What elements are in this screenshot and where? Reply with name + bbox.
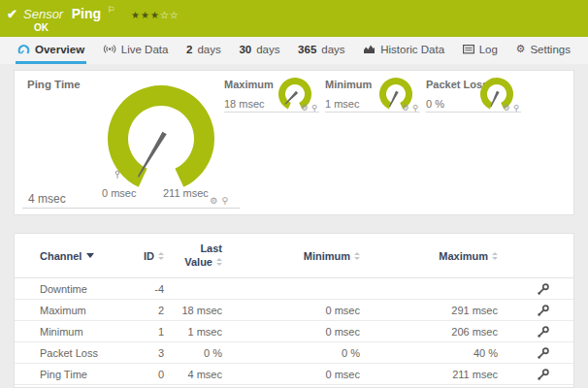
col-header-maximum[interactable]: Maximum (360, 250, 498, 262)
tab-30-days[interactable]: 30days (237, 37, 281, 64)
tab-label: days (256, 44, 279, 55)
tab-2-days[interactable]: 2days (184, 37, 223, 64)
gauge-needle (284, 91, 298, 106)
status-ok-check-icon: ✔ (7, 7, 17, 21)
cell-maximum: 211 msec (360, 369, 498, 380)
cell-id: 3 (137, 347, 164, 359)
table-row[interactable]: Ping Time 0 4 msec 0 msec 211 msec (15, 364, 573, 385)
cell-minimum: 0 % (222, 347, 360, 359)
mini-gauge-label: Minimum (325, 79, 372, 90)
cell-maximum: 291 msec (360, 305, 498, 316)
stars-empty: ☆☆ (160, 10, 180, 20)
chart-icon (363, 44, 376, 54)
gauge-icon (17, 44, 30, 55)
col-header-channel[interactable]: Channel (40, 250, 137, 262)
pin-icon[interactable]: ⚲ (513, 104, 519, 113)
mini-gauge-block: Minimum 1 msec ⚙ ⚲ (325, 77, 420, 113)
pin-icon[interactable]: ⚲ (311, 104, 317, 113)
gauge-marker-pin (115, 171, 119, 178)
tab-label: days (321, 44, 344, 55)
sensor-title: Ping (72, 6, 101, 21)
mini-gauge-label: Maximum (224, 79, 274, 90)
cell-id: 2 (137, 305, 164, 316)
table-row[interactable]: Maximum 2 18 msec 0 msec 291 msec (15, 300, 573, 321)
mini-gauge-value: 0 % (426, 98, 444, 110)
cell-channel: Maximum (40, 305, 137, 316)
gauge-panel: Ping Time 0 msec 211 msec 4 msec ⚙ ⚲ Max… (14, 70, 574, 215)
gauge-needle (388, 91, 398, 108)
col-label-channel: Channel (40, 250, 82, 262)
tab-number: 2 (186, 44, 192, 55)
tab-label: Live Data (121, 44, 169, 55)
tab-label: Overview (35, 44, 84, 55)
priority-stars[interactable]: ★★★☆☆ (131, 10, 180, 20)
table-row[interactable]: Minimum 1 1 msec 0 msec 206 msec (15, 321, 573, 342)
channel-settings-icon[interactable] (537, 304, 550, 317)
cell-channel: Packet Loss (40, 347, 137, 359)
ping-time-gauge (101, 82, 221, 195)
cell-minimum: 0 msec (222, 369, 360, 380)
cell-channel: Downtime (40, 283, 137, 295)
tab-overview[interactable]: Overview (16, 37, 86, 64)
broadcast-icon (103, 44, 116, 54)
col-header-id[interactable]: ID (137, 250, 164, 262)
mini-gauge-value: 1 msec (325, 98, 359, 110)
mini-gauge-block: Maximum 18 msec ⚙ ⚲ (224, 77, 319, 113)
table-row[interactable]: Downtime -4 (15, 278, 573, 300)
mini-gauge-block: Packet Loss 0 % ⚙ ⚲ (426, 77, 521, 113)
gear-icon[interactable]: ⚙ (301, 104, 309, 113)
tab-live-data[interactable]: Live Data (101, 37, 171, 64)
col-label-minimum: Minimum (304, 250, 350, 262)
tab-bar: OverviewLive Data2days30days365daysHisto… (0, 37, 588, 64)
tab-label: Log (479, 44, 498, 55)
col-header-minimum[interactable]: Minimum (222, 250, 360, 262)
mini-gauge-value: 18 msec (224, 98, 265, 110)
tab-log[interactable]: Log (461, 37, 500, 64)
sensor-category-label: Sensor (23, 7, 63, 21)
gear-icon[interactable]: ⚙ (503, 104, 510, 113)
tab-label: Historic Data (380, 44, 444, 55)
tab-365-days[interactable]: 365days (296, 37, 346, 64)
stars-filled: ★★★ (131, 10, 160, 20)
cell-channel: Minimum (40, 326, 137, 338)
gear-icon[interactable]: ⚙ (210, 197, 217, 206)
cell-id: -4 (137, 283, 164, 295)
table-row[interactable]: Packet Loss 3 0 % 0 % 40 % (15, 342, 573, 364)
channel-settings-icon[interactable] (537, 325, 550, 339)
pin-icon[interactable]: ⚲ (221, 197, 228, 206)
tab-historic-data[interactable]: Historic Data (361, 37, 446, 64)
col-label-maximum: Maximum (439, 250, 488, 262)
sorted-desc-icon (86, 253, 94, 258)
tab-number: 30 (239, 44, 251, 55)
cell-last-value: 0 % (164, 347, 222, 359)
sensor-header: ✔ Sensor Ping ⚐ ★★★☆☆ OK (0, 0, 588, 37)
flag-icon[interactable]: ⚐ (107, 5, 114, 15)
primary-gauge-label: Ping Time (27, 79, 81, 90)
table-header-row: Channel ID Last Value Minimum Maximum (15, 234, 573, 278)
cell-last-value: 4 msec (164, 369, 222, 380)
cell-id: 0 (137, 369, 164, 380)
gear-icon[interactable]: ⚙ (402, 104, 409, 113)
col-label-last: Last (200, 242, 222, 256)
col-header-last-value[interactable]: Last Value (164, 242, 222, 270)
channel-settings-icon[interactable] (537, 368, 550, 381)
cell-minimum: 0 msec (222, 326, 360, 338)
channel-settings-icon[interactable] (537, 346, 550, 360)
primary-gauge-footer: 4 msec ⚙ ⚲ (22, 185, 240, 209)
col-label-id: ID (144, 250, 154, 262)
tab-label: Settings (530, 44, 571, 55)
prtg-sensor-page: ✔ Sensor Ping ⚐ ★★★☆☆ OK OverviewLive Da… (0, 0, 588, 388)
tab-settings[interactable]: ⚙Settings (514, 37, 572, 64)
col-label-value: Value (184, 256, 212, 270)
pin-icon[interactable]: ⚲ (412, 104, 418, 113)
cell-maximum: 206 msec (360, 326, 498, 338)
cell-maximum: 40 % (360, 347, 498, 359)
gear-icon: ⚙ (516, 44, 526, 54)
tab-label: days (197, 44, 220, 55)
channel-table: Channel ID Last Value Minimum Maximum Do… (14, 233, 574, 388)
sensor-title-line: Sensor Ping ⚐ ★★★☆☆ (23, 5, 180, 22)
cell-last-value: 18 msec (164, 305, 222, 316)
channel-settings-icon[interactable] (537, 282, 550, 296)
cell-channel: Ping Time (40, 369, 137, 380)
status-badge: OK (34, 22, 49, 33)
